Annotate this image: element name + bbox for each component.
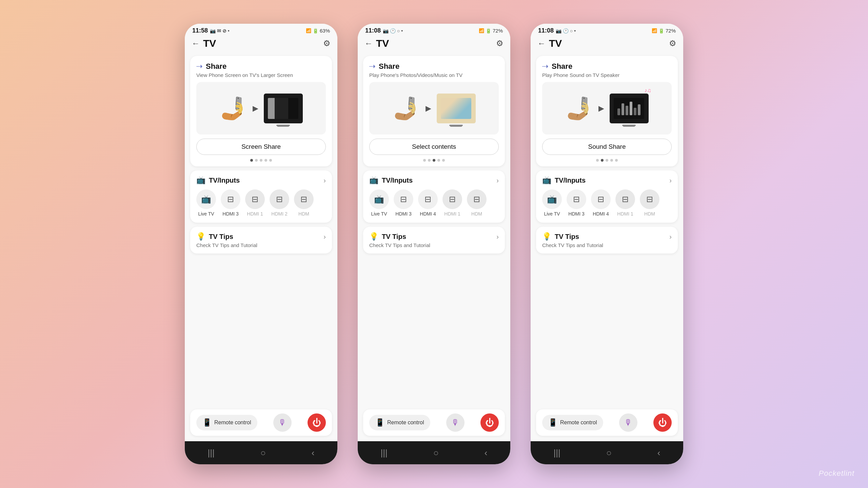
time-2: 11:08: [365, 27, 381, 34]
share-image-1: 🤳 ▶: [196, 82, 326, 135]
arrow-icon-3: ▶: [598, 104, 604, 113]
share-title-2: Share: [379, 62, 399, 71]
mic-btn-2[interactable]: 🎙: [446, 413, 465, 432]
nav-home-3[interactable]: ○: [606, 448, 612, 458]
share-image-3: 🤳 ▶: [542, 82, 672, 135]
input-hdmi1-1[interactable]: ⊟ HDMI 1: [245, 189, 265, 217]
remote-btn-2[interactable]: 📱 Remote control: [369, 415, 430, 430]
input-livetv-2[interactable]: 📺 Live TV: [369, 189, 389, 217]
tips-title-3: TV Tips: [555, 233, 579, 241]
nav-back-1[interactable]: ‹: [312, 448, 315, 458]
tips-subtitle-3: Check TV Tips and Tutorial: [542, 242, 672, 248]
settings-icon-2[interactable]: ⚙: [496, 39, 504, 48]
inputs-chevron-1[interactable]: ›: [323, 177, 326, 184]
phone-frame-1: 11:58 📷 ✉ ⊘ • 📶 🔋 63% ← TV ⚙: [185, 24, 337, 464]
battery-pct-2: 72%: [493, 28, 503, 34]
input-hdmi1-3[interactable]: ⊟ HDMI 1: [615, 189, 635, 217]
input-hdmi4-2[interactable]: ⊟ HDMI 4: [418, 189, 438, 217]
tips-chevron-3[interactable]: ›: [669, 233, 672, 241]
inputs-card-1: 📺 TV/Inputs › 📺 Live TV ⊟ HDMI 3: [190, 170, 332, 223]
nav-back-3[interactable]: ‹: [657, 448, 660, 458]
input-hdmi3-2[interactable]: ⊟ HDMI 3: [394, 189, 413, 217]
settings-icon-1[interactable]: ⚙: [323, 39, 331, 48]
battery-icon-3: 🔋: [658, 28, 664, 34]
remote-label-1: Remote control: [214, 420, 251, 426]
sound-share-button-3[interactable]: Sound Share: [542, 139, 672, 155]
nav-bar-2: ← TV ⚙: [358, 36, 510, 53]
inputs-row-2: 📺 Live TV ⊟ HDMI 3 ⊟ HDMI 4 ⊟: [369, 189, 499, 217]
back-arrow-2[interactable]: ←: [364, 39, 373, 48]
tips-chevron-1[interactable]: ›: [323, 233, 326, 241]
mic-icon-1: 🎙: [278, 418, 287, 427]
inputs-card-3: 📺 TV/Inputs › 📺 Live TV ⊟ HDMI 3: [536, 170, 678, 223]
input-hdmi1-2[interactable]: ⊟ HDMI 1: [442, 189, 462, 217]
signal-icon-2: 📶: [479, 28, 484, 33]
remote-btn-1[interactable]: 📱 Remote control: [196, 415, 257, 430]
nav-title-1: TV: [203, 38, 216, 49]
share-title-3: Share: [552, 62, 572, 71]
back-arrow-3[interactable]: ←: [537, 39, 546, 48]
input-hdm-1[interactable]: ⊟ HDM: [294, 189, 314, 217]
tips-card-2: 💡 TV Tips › Check TV Tips and Tutorial: [363, 227, 505, 253]
tv-inputs-icon-1: 📺: [196, 176, 205, 185]
status-bar-2: 11:08 📷 🕐 ○ • 📶 🔋 72%: [358, 24, 510, 36]
nav-home-2[interactable]: ○: [433, 448, 439, 458]
phone-frame-3: 11:08 📷 🕐 ○ • 📶 🔋 72% ← TV ⚙: [531, 24, 683, 464]
bottom-bar-1: 📱 Remote control 🎙 ⏻: [190, 409, 332, 436]
tips-chevron-2[interactable]: ›: [496, 233, 499, 241]
inputs-title-3: TV/Inputs: [555, 177, 586, 184]
phone-content-1: ⇢ Share View Phone Screen on TV's Larger…: [185, 53, 337, 409]
mic-btn-1[interactable]: 🎙: [273, 413, 292, 432]
inputs-chevron-3[interactable]: ›: [669, 177, 672, 184]
inputs-row-1: 📺 Live TV ⊟ HDMI 3 ⊟ HDMI 1 ⊟: [196, 189, 326, 217]
inputs-card-2: 📺 TV/Inputs › 📺 Live TV ⊟ HDMI 3: [363, 170, 505, 223]
screen-share-button-1[interactable]: Screen Share: [196, 139, 326, 155]
nav-home-1[interactable]: ○: [260, 448, 266, 458]
status-bar-3: 11:08 📷 🕐 ○ • 📶 🔋 72%: [531, 24, 683, 36]
input-hdmi2-1[interactable]: ⊟ HDMI 2: [270, 189, 289, 217]
inputs-chevron-2[interactable]: ›: [496, 177, 499, 184]
bulb-icon-1: 💡: [196, 232, 205, 241]
tv-inputs-icon-3: 📺: [542, 176, 551, 185]
input-hdmi4-3[interactable]: ⊟ HDMI 4: [591, 189, 611, 217]
dots-3: [542, 159, 672, 162]
arrow-icon-1: ▶: [253, 104, 258, 113]
nav-bottom-2: ||| ○ ‹: [358, 441, 510, 464]
remote-icon-2: 📱: [375, 418, 384, 427]
remote-btn-3[interactable]: 📱 Remote control: [542, 415, 603, 430]
input-hdm-3[interactable]: ⊟ HDM: [640, 189, 659, 217]
power-icon-1: ⏻: [312, 418, 321, 428]
power-icon-2: ⏻: [485, 418, 494, 428]
bottom-bar-2: 📱 Remote control 🎙 ⏻: [363, 409, 505, 436]
input-hdmi3-1[interactable]: ⊟ HDMI 3: [221, 189, 240, 217]
nav-recent-1[interactable]: |||: [208, 448, 215, 458]
inputs-row-3: 📺 Live TV ⊟ HDMI 3 ⊟ HDMI 4 ⊟: [542, 189, 672, 217]
input-hdmi3-3[interactable]: ⊟ HDMI 3: [567, 189, 586, 217]
mic-icon-2: 🎙: [451, 418, 459, 427]
select-contents-button-2[interactable]: Select contents: [369, 139, 499, 155]
input-livetv-1[interactable]: 📺 Live TV: [196, 189, 216, 217]
signal-icon-1: 📶: [306, 28, 311, 33]
battery-pct-1: 63%: [320, 28, 330, 34]
status-icons-3: 📷 🕐 ○ •: [556, 28, 576, 34]
power-btn-3[interactable]: ⏻: [653, 413, 672, 432]
remote-label-2: Remote control: [387, 420, 424, 426]
input-livetv-3[interactable]: 📺 Live TV: [542, 189, 562, 217]
nav-recent-3[interactable]: |||: [554, 448, 560, 458]
nav-bar-1: ← TV ⚙: [185, 36, 337, 53]
remote-icon-1: 📱: [202, 418, 212, 427]
share-icon-3: ⇢: [542, 62, 548, 71]
input-hdm-2[interactable]: ⊟ HDM: [467, 189, 487, 217]
mic-btn-3[interactable]: 🎙: [619, 413, 637, 432]
share-subtitle-1: View Phone Screen on TV's Larger Screen: [196, 72, 326, 78]
phones-container: 11:58 📷 ✉ ⊘ • 📶 🔋 63% ← TV ⚙: [185, 24, 683, 464]
phone-content-2: ⇢ Share Play Phone's Photos/Videos/Music…: [358, 53, 510, 409]
power-btn-1[interactable]: ⏻: [308, 413, 326, 432]
nav-recent-2[interactable]: |||: [381, 448, 388, 458]
back-arrow-1[interactable]: ←: [192, 39, 200, 48]
tips-subtitle-2: Check TV Tips and Tutorial: [369, 242, 499, 248]
settings-icon-3[interactable]: ⚙: [669, 39, 676, 48]
power-btn-2[interactable]: ⏻: [480, 413, 499, 432]
nav-back-2[interactable]: ‹: [485, 448, 488, 458]
nav-bar-3: ← TV ⚙: [531, 36, 683, 53]
